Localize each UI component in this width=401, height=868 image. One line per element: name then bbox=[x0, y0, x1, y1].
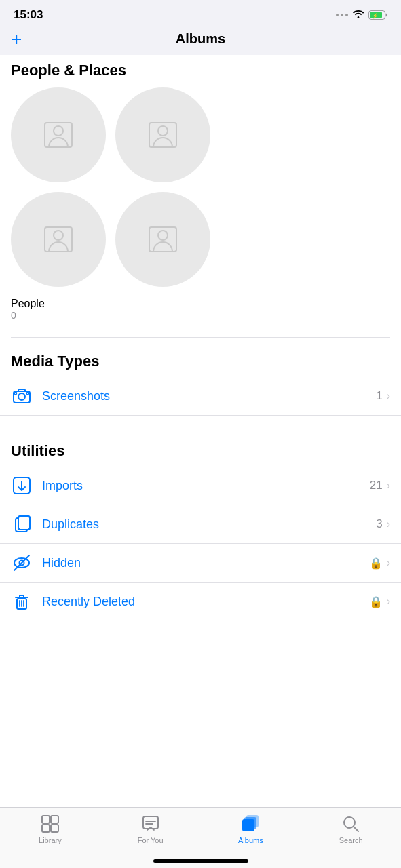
person-avatar-4[interactable] bbox=[115, 192, 210, 287]
svg-rect-15 bbox=[27, 393, 29, 395]
list-item-recently-deleted[interactable]: Recently Deleted 🔒 › bbox=[0, 583, 401, 620]
people-count: 0 bbox=[11, 310, 390, 321]
imports-label: Imports bbox=[42, 479, 370, 493]
add-album-button[interactable]: + bbox=[11, 30, 22, 49]
imports-count: 21 bbox=[370, 479, 383, 492]
duplicates-right: 3 › bbox=[376, 517, 390, 531]
battery-icon: ⚡ bbox=[368, 10, 387, 20]
list-item-imports[interactable]: Imports 21 › bbox=[0, 467, 401, 505]
screenshot-icon bbox=[11, 385, 33, 407]
home-indicator bbox=[153, 859, 248, 863]
svg-point-9 bbox=[54, 231, 63, 240]
chevron-icon: › bbox=[387, 518, 390, 530]
recently-deleted-right: 🔒 › bbox=[369, 595, 390, 608]
imports-icon bbox=[11, 475, 33, 496]
chevron-icon: › bbox=[387, 390, 390, 402]
chevron-icon: › bbox=[387, 557, 390, 569]
albums-tab-label: Albums bbox=[238, 836, 263, 844]
screenshots-count: 1 bbox=[376, 389, 382, 403]
lock-icon: 🔒 bbox=[369, 595, 383, 608]
hidden-label: Hidden bbox=[42, 556, 369, 570]
status-icons: ⚡ bbox=[336, 9, 387, 21]
people-places-header: People & Places bbox=[0, 55, 401, 87]
page-title: Albums bbox=[176, 31, 225, 47]
albums-tab-icon bbox=[241, 814, 260, 833]
duplicates-label: Duplicates bbox=[42, 517, 376, 532]
imports-right: 21 › bbox=[370, 479, 390, 492]
duplicates-icon bbox=[11, 513, 33, 535]
people-label[interactable]: People 0 bbox=[0, 298, 401, 326]
list-item-duplicates[interactable]: Duplicates 3 › bbox=[0, 505, 401, 544]
search-tab-label: Search bbox=[339, 836, 363, 844]
for-you-tab-icon bbox=[141, 814, 160, 833]
svg-rect-27 bbox=[42, 816, 50, 823]
search-tab-icon bbox=[341, 814, 360, 833]
nav-bar: + Albums bbox=[0, 27, 401, 55]
svg-rect-18 bbox=[18, 516, 30, 530]
svg-rect-14 bbox=[15, 393, 17, 395]
svg-point-7 bbox=[158, 126, 168, 136]
status-bar: 15:03 ⚡ bbox=[0, 0, 401, 27]
people-grid bbox=[0, 87, 401, 298]
svg-point-13 bbox=[18, 393, 25, 400]
chevron-icon: › bbox=[387, 595, 390, 608]
person-avatar-1[interactable] bbox=[11, 87, 106, 182]
svg-rect-29 bbox=[42, 825, 50, 832]
signal-icon bbox=[336, 14, 348, 16]
library-tab-icon bbox=[41, 814, 60, 833]
svg-rect-30 bbox=[51, 825, 58, 832]
wifi-icon bbox=[352, 9, 364, 21]
hidden-icon bbox=[11, 552, 33, 574]
person-avatar-2[interactable] bbox=[115, 87, 210, 182]
screenshots-label: Screenshots bbox=[42, 389, 376, 403]
list-item-screenshots[interactable]: Screenshots 1 › bbox=[0, 377, 401, 416]
svg-point-11 bbox=[158, 231, 168, 240]
tab-albums[interactable]: Albums bbox=[201, 814, 301, 847]
tab-search[interactable]: Search bbox=[301, 814, 401, 847]
recently-deleted-label: Recently Deleted bbox=[42, 595, 369, 609]
hidden-right: 🔒 › bbox=[369, 557, 390, 570]
svg-rect-28 bbox=[51, 816, 58, 823]
person-avatar-3[interactable] bbox=[11, 192, 106, 287]
recently-deleted-icon bbox=[11, 591, 33, 612]
for-you-tab-label: For You bbox=[138, 836, 164, 844]
svg-rect-36 bbox=[246, 815, 259, 827]
screenshots-right: 1 › bbox=[376, 389, 390, 403]
duplicates-count: 3 bbox=[376, 517, 382, 531]
svg-line-38 bbox=[354, 827, 358, 831]
chevron-icon: › bbox=[387, 479, 390, 492]
status-time: 15:03 bbox=[14, 8, 43, 22]
tab-for-you[interactable]: For You bbox=[100, 814, 201, 847]
svg-text:⚡: ⚡ bbox=[372, 12, 379, 19]
lock-icon: 🔒 bbox=[369, 557, 383, 570]
tab-library[interactable]: Library bbox=[0, 814, 100, 847]
media-types-header: Media Types bbox=[0, 338, 401, 377]
svg-point-5 bbox=[54, 126, 63, 136]
library-tab-label: Library bbox=[39, 836, 62, 844]
scroll-content: People & Places bbox=[0, 55, 401, 688]
list-item-hidden[interactable]: Hidden 🔒 › bbox=[0, 544, 401, 583]
utilities-header: Utilities bbox=[0, 427, 401, 467]
people-name: People bbox=[11, 298, 390, 310]
